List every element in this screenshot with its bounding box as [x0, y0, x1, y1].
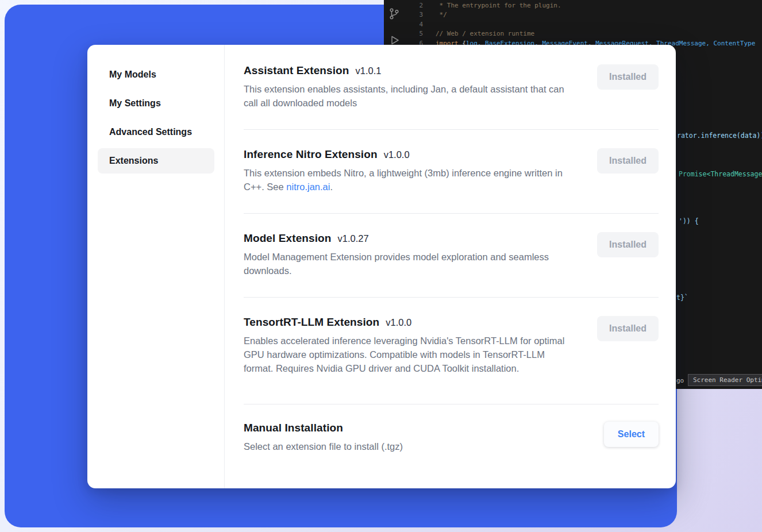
select-file-button[interactable]: Select — [604, 422, 659, 447]
extension-description: This extension embeds Nitro, a lightweig… — [244, 166, 575, 194]
extension-info: Manual Installation Select an extension … — [244, 422, 403, 453]
code-fragment: rator.inference(data)); — [677, 132, 762, 140]
extension-version: v1.0.0 — [384, 149, 410, 160]
extension-name: Assistant Extension — [244, 64, 349, 77]
code-text: * The entrypoint for the plugin. — [436, 2, 561, 9]
extensions-list: Assistant Extension v1.0.1 This extensio… — [225, 45, 676, 488]
sidebar-item-my-settings[interactable]: My Settings — [98, 91, 214, 116]
extension-name: Model Extension — [244, 232, 331, 245]
sidebar-item-advanced-settings[interactable]: Advanced Settings — [98, 119, 214, 145]
extension-version: v1.0.0 — [386, 317, 411, 328]
sidebar-item-extensions[interactable]: Extensions — [98, 148, 214, 174]
statusbar-text: go — [676, 377, 684, 384]
extension-description: This extension enables assistants, inclu… — [244, 82, 575, 110]
extension-version: v1.0.27 — [337, 233, 368, 244]
extension-description: Model Management Extension provides mode… — [244, 250, 575, 277]
extension-info: Model Extension v1.0.27 Model Management… — [244, 232, 575, 277]
line-number: 4 — [405, 21, 423, 28]
extension-name: Manual Installation — [244, 422, 343, 434]
description-text: . — [330, 182, 333, 192]
screen-reader-notice[interactable]: Screen Reader Optimize — [688, 374, 762, 386]
code-fragment: Promise<ThreadMessage> — [679, 170, 762, 178]
extension-title-line: Inference Nitro Extension v1.0.0 — [244, 148, 575, 161]
extension-row-assistant: Assistant Extension v1.0.1 This extensio… — [244, 45, 659, 130]
page: 2 * The entrypoint for the plugin. 3 */ … — [0, 0, 762, 532]
extension-title-line: TensortRT-LLM Extension v1.0.0 — [244, 316, 575, 329]
extension-info: Assistant Extension v1.0.1 This extensio… — [244, 64, 575, 110]
extension-row-nitro: Inference Nitro Extension v1.0.0 This ex… — [244, 130, 659, 214]
extension-version: v1.0.1 — [356, 65, 382, 76]
code-line: 3 */ — [405, 10, 755, 20]
extension-description: Enables accelerated inference leveraging… — [244, 334, 575, 375]
extension-info: TensortRT-LLM Extension v1.0.0 Enables a… — [244, 316, 575, 375]
extension-name: TensortRT-LLM Extension — [244, 316, 379, 329]
code-line: 2 * The entrypoint for the plugin. — [405, 1, 755, 10]
nitro-jan-ai-link[interactable]: nitro.jan.ai — [286, 182, 330, 192]
code-fragment: ')) { — [679, 217, 699, 225]
line-number: 5 — [405, 30, 423, 37]
extension-title-line: Assistant Extension v1.0.1 — [244, 64, 575, 77]
installed-button[interactable]: Installed — [597, 316, 659, 341]
installed-button[interactable]: Installed — [597, 232, 659, 257]
installed-button[interactable]: Installed — [597, 148, 659, 174]
extension-info: Inference Nitro Extension v1.0.0 This ex… — [244, 148, 575, 194]
extension-row-model: Model Extension v1.0.27 Model Management… — [244, 214, 659, 298]
manual-installation-description: Select an extension file to install (.tg… — [244, 440, 403, 453]
code-area: 2 * The entrypoint for the plugin. 3 */ … — [405, 1, 755, 48]
extension-name: Inference Nitro Extension — [244, 148, 378, 161]
code-line: 4 — [405, 20, 755, 29]
code-text: // Web / extension runtime — [436, 30, 534, 37]
code-text: */ — [436, 11, 447, 18]
settings-modal: My Models My Settings Advanced Settings … — [87, 45, 676, 488]
sidebar-item-my-models[interactable]: My Models — [98, 62, 214, 87]
code-line: 5 // Web / extension runtime — [405, 29, 755, 39]
manual-installation-row: Manual Installation Select an extension … — [244, 404, 659, 473]
extension-title-line: Model Extension v1.0.27 — [244, 232, 575, 245]
manual-installation-title: Manual Installation — [244, 422, 403, 434]
line-number: 2 — [405, 2, 423, 9]
source-control-icon[interactable] — [387, 7, 401, 21]
line-number: 3 — [405, 11, 423, 18]
extension-row-tensorrt: TensortRT-LLM Extension v1.0.0 Enables a… — [244, 298, 659, 404]
settings-sidebar: My Models My Settings Advanced Settings … — [87, 45, 225, 488]
code-fragment: t}` — [676, 294, 688, 302]
installed-button[interactable]: Installed — [597, 64, 659, 90]
